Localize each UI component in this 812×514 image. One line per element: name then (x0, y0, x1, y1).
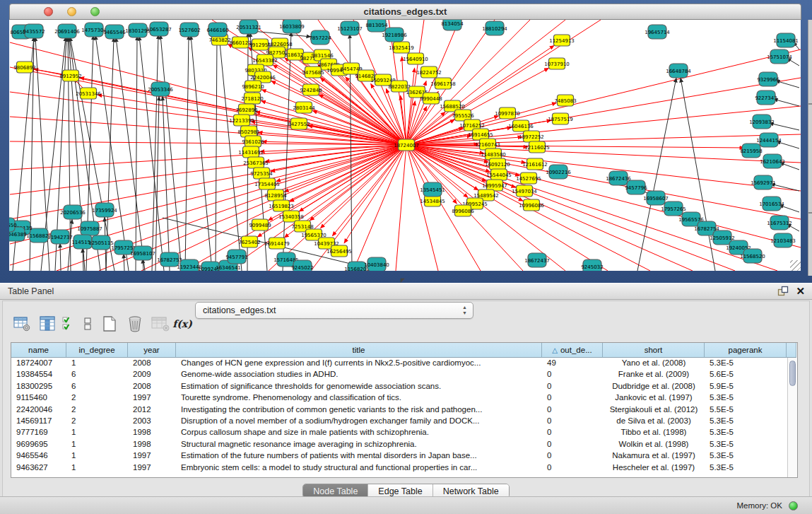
graph-node[interactable]: 15640910 (403, 53, 428, 64)
graph-node[interactable]: 20206536 (60, 205, 86, 219)
row-height-icon[interactable] (81, 315, 95, 333)
graph-node[interactable]: 9435572 (23, 24, 45, 38)
column-header-name[interactable]: name (11, 343, 66, 358)
graph-node[interactable]: 19218986 (382, 28, 407, 42)
graph-node[interactable]: 11568520 (740, 249, 765, 263)
graph-node[interactable]: 12505115 (88, 235, 114, 250)
window-titlebar[interactable]: citations_edges.txt (9, 4, 801, 20)
column-header-year[interactable]: year (128, 343, 176, 358)
graph-node[interactable]: 12161612 (522, 158, 548, 170)
graph-node[interactable]: 8660123 (229, 37, 251, 48)
graph-node[interactable]: 9099489 (249, 219, 271, 230)
graph-node[interactable]: 10902216 (546, 165, 571, 179)
graph-node[interactable]: 8912955 (249, 39, 271, 50)
graph-node[interactable]: 15751074 (767, 49, 792, 64)
graph-node[interactable]: 9245032 (581, 259, 603, 271)
graph-node[interactable]: 20053346 (148, 82, 173, 96)
graph-node[interactable]: 16648784 (666, 64, 691, 78)
graph-node[interactable]: 16914479 (264, 238, 290, 249)
graph-node[interactable]: 2803144 (293, 102, 315, 113)
graph-node[interactable]: 8134054 (441, 20, 464, 30)
graph-node[interactable]: 8912952 (59, 70, 81, 81)
graph-node[interactable]: 11431691 (238, 146, 264, 158)
function-builder-icon[interactable]: f(x) (175, 315, 189, 333)
graph-node[interactable]: 17359924 (92, 203, 117, 217)
table-row[interactable]: 2242004622012Investigating the contribut… (11, 404, 787, 416)
graph-node[interactable]: 18325419 (389, 42, 414, 53)
graph-node[interactable]: 16033809 (279, 20, 305, 33)
graph-node[interactable]: 9990448 (420, 93, 442, 104)
table-row[interactable]: 1456911722003Disruption of a novel membe… (11, 416, 787, 427)
graph-node[interactable]: 12444154 (756, 133, 782, 147)
graph-node[interactable]: 17957265 (661, 201, 686, 216)
close-panel-icon[interactable]: ✕ (796, 286, 805, 297)
column-header-out_de[interactable]: △out_de... (542, 343, 603, 358)
table-row[interactable]: 1938455462009Genome-wide association stu… (11, 369, 787, 380)
graph-node[interactable]: 1527602 (178, 23, 200, 37)
column-header-title[interactable]: title (176, 343, 542, 358)
graph-node[interactable]: 18810294 (482, 21, 507, 35)
table-row[interactable]: 911546021997Tourette syndrome. Phenomeno… (11, 392, 787, 404)
graph-node[interactable]: 9457791 (225, 250, 247, 264)
graph-node[interactable]: 7857224 (309, 30, 331, 45)
graph-node[interactable]: 9896210 (242, 81, 264, 92)
graph-node[interactable]: 6466160 (206, 23, 228, 37)
column-header-pagerank[interactable]: pagerank (705, 343, 787, 358)
graph-node[interactable]: 10997870 (495, 107, 520, 119)
graph-node[interactable]: 11675312 (767, 216, 792, 230)
window-resize-grip[interactable] (790, 260, 801, 271)
graph-node[interactable]: 9242848 (300, 84, 322, 95)
graph-node[interactable]: 18972252 (519, 131, 544, 142)
graph-node[interactable]: 18757519 (548, 113, 573, 124)
table-mode-icon[interactable] (11, 315, 33, 333)
graph-node[interactable]: 8996086 (452, 205, 474, 216)
graph-node[interactable]: 16210643 (760, 154, 785, 168)
graph-node[interactable]: 16958107 (130, 246, 155, 260)
graph-node[interactable]: 8128954 (264, 189, 287, 201)
table-vertical-scrollbar[interactable] (787, 358, 797, 477)
graph-node[interactable]: 15544045 (486, 169, 512, 180)
graph-node[interactable]: 9457796 (625, 180, 647, 194)
graph-node[interactable]: 18224752 (416, 66, 442, 78)
table-row[interactable]: 1872400712008Changes of HCN gene express… (11, 358, 787, 369)
graph-node[interactable]: 10737910 (544, 58, 570, 69)
delete-table-icon[interactable] (150, 315, 171, 333)
graph-node[interactable]: 9725354 (250, 168, 273, 179)
graph-node[interactable]: 9465546 (103, 25, 126, 39)
float-panel-icon[interactable] (777, 286, 789, 297)
graph-node[interactable]: 8813054 (365, 20, 388, 32)
graph-node[interactable]: 15123107 (337, 21, 363, 35)
graph-node[interactable]: 7625402 (238, 236, 260, 247)
column-header-short[interactable]: short (603, 343, 705, 358)
graph-node[interactable]: 13545451 (420, 182, 445, 197)
graph-node[interactable]: 17354405 (254, 178, 280, 189)
graph-node[interactable]: 20691406 (54, 24, 80, 38)
graph-node[interactable]: 17016534 (759, 197, 784, 211)
graph-node[interactable]: 20531321 (236, 20, 261, 34)
column-visibility-icon[interactable] (37, 315, 58, 333)
graph-node[interactable]: 12103483 (770, 233, 796, 247)
graph-node[interactable]: 15692971 (751, 175, 776, 189)
table-row[interactable]: 946554611997Estimation of the future num… (11, 450, 787, 462)
graph-node[interactable]: 11154081 (773, 33, 799, 47)
delete-column-icon[interactable] (124, 315, 146, 333)
graph-node[interactable]: 16046136 (508, 120, 534, 132)
graph-node[interactable]: 25367365 (243, 157, 269, 168)
table-row[interactable]: 1830029562008Estimation of significance … (11, 381, 787, 392)
graph-node[interactable]: 9329966 (757, 72, 779, 86)
table-row[interactable]: 977716911998Corpus callosum shape and si… (11, 427, 787, 438)
table-row[interactable]: 969969511998Structural magnetic resonanc… (11, 439, 787, 450)
graph-node[interactable]: 9245022 (291, 260, 313, 271)
graph-node[interactable]: 2718120 (241, 93, 263, 104)
graph-node[interactable]: 10403840 (364, 257, 389, 271)
graph-node[interactable]: 10975887 (77, 221, 102, 235)
graph-node[interactable]: 11254913 (549, 35, 575, 46)
column-header-in_degree[interactable]: in_degree (66, 343, 128, 358)
select-all-icon[interactable] (62, 315, 76, 333)
graph-node[interactable]: 7485083 (554, 95, 576, 106)
table-row[interactable]: 946362711997Embryonic stem cells: a mode… (11, 462, 787, 474)
graph-node[interactable]: 12093832 (749, 115, 775, 129)
graph-node[interactable]: 16958607 (643, 191, 669, 205)
network-canvas[interactable]: 1822605889129558660123982750316543382980… (9, 20, 801, 271)
graph-node[interactable]: 20531346 (76, 88, 101, 99)
